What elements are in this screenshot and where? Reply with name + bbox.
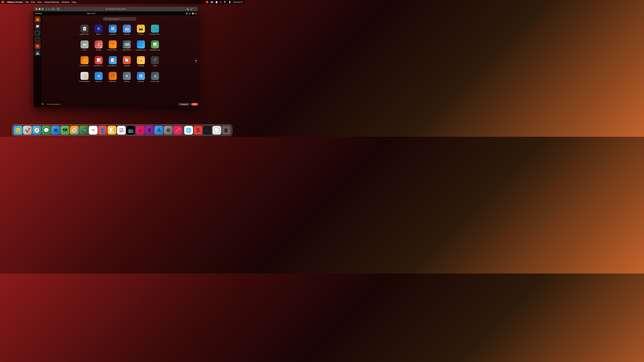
tab-frequent[interactable]: Frequent (178, 103, 190, 106)
app-item-mahjongg[interactable]: 🀄Mahjongg (134, 54, 148, 69)
app-item-firefox[interactable]: 🦊Firefox Web B... (106, 38, 120, 53)
grid-icon[interactable]: ⊞ (42, 103, 45, 106)
dock-item-messages[interactable]: 💬 (42, 126, 51, 135)
app-item-calculator[interactable]: 🔢Calculator (106, 22, 120, 37)
dock-item-launchpad[interactable]: 🚀 (23, 126, 32, 135)
ubuntu-power[interactable]: ⏻ (195, 12, 196, 14)
app-item-simple_scan[interactable]: 🖨Simple Scan (148, 70, 162, 84)
app-item-mines[interactable]: 💣Mines (148, 54, 162, 69)
dock-item-pinentry[interactable]: 📌 (174, 126, 182, 135)
toolbar-icon-1[interactable]: ⚙ (46, 8, 47, 10)
app-item-input[interactable]: ⌨Input Method (120, 38, 134, 53)
app-item-filezilla[interactable]: ZFileZilla (92, 38, 105, 53)
sidebar-app-terminal[interactable]: ▶ (34, 30, 40, 36)
menu-window[interactable]: Window (62, 1, 69, 3)
dock-item-trash[interactable]: 🗑 (222, 126, 230, 135)
dock-item-filemanager[interactable]: 📄 (212, 126, 221, 135)
dock-item-sysprefs[interactable]: ⚙ (164, 126, 173, 135)
minimize-button[interactable] (38, 8, 40, 10)
app-item-shotwell[interactable]: 🖼Shotwell (134, 70, 148, 84)
tab-all[interactable]: All (191, 103, 198, 106)
sidebar-app-settings[interactable]: ⚙ (34, 36, 40, 42)
dock-item-reminders[interactable]: ☑ (117, 126, 126, 135)
dock-item-photos[interactable]: 🌸 (70, 126, 79, 135)
app-icon-rhythmbox: 🎵 (109, 72, 117, 80)
dock-item-safari[interactable]: 🧭 (32, 126, 41, 135)
vm-ctrl-fullscreen[interactable]: ⛶ (194, 8, 196, 10)
app-label-libreoffice_calc: LibreOffice Calc (150, 49, 160, 51)
app-name[interactable]: VMware Fusion (7, 1, 23, 3)
app-item-libreoffice_writer[interactable]: 📝LibreOffice W... (106, 54, 120, 69)
sidebar-app-firefox[interactable]: 🦊 (34, 16, 40, 22)
app-icon-libreoffice_writer: 📝 (109, 56, 117, 64)
ubuntu-activities[interactable]: Activities (35, 12, 42, 14)
app-label-aisleriot: AisleRiot Solit... (79, 33, 90, 35)
vm-ctrl-lock[interactable]: 🔒 (187, 8, 189, 10)
app-item-settings[interactable]: ⚙Settings (120, 70, 134, 84)
menu-edit[interactable]: Edit (31, 1, 35, 3)
app-label-shotwell: Shotwell (138, 81, 144, 82)
search-bar[interactable]: 🔍 Type to search... (103, 17, 136, 21)
dock-item-finder[interactable]: 😊 (14, 126, 22, 135)
maximize-button[interactable] (42, 8, 44, 10)
app-item-libreoffice_draw[interactable]: 🎨LibreOffice Dr... (78, 54, 91, 69)
dock-item-facetime[interactable]: 📹 (80, 126, 88, 135)
dock-item-chrome[interactable]: 🌐 (184, 126, 193, 135)
app-item-cheese[interactable]: 📷Cheese (134, 22, 148, 37)
page-dot-2[interactable] (196, 62, 196, 63)
vm-view-button[interactable]: ⊞ (51, 7, 55, 10)
dock-item-calendar[interactable]: 15 (89, 126, 98, 135)
dock-item-contacts[interactable]: 👤 (98, 126, 107, 135)
ubuntu-battery: 🔋 (186, 12, 188, 14)
sidebar-app-terminal2[interactable]: 💻 (34, 50, 40, 56)
app-item-files[interactable]: 📂Files (78, 38, 91, 53)
app-icon-libreoffice_draw: 🎨 (80, 56, 88, 64)
ubuntu-network: 📶 (192, 12, 194, 14)
app-label-libreoffice_draw: LibreOffice Dr... (79, 65, 90, 66)
dock-item-appstore[interactable]: A (155, 126, 163, 135)
app-item-rhythmbox[interactable]: 🎵Rhythmbox (106, 70, 120, 84)
app-item-language[interactable]: 🌐Language Sup... (134, 38, 148, 53)
menu-view[interactable]: View (37, 1, 42, 3)
app-item-aisleriot[interactable]: 🃏AisleRiot Solit... (78, 22, 91, 37)
dock-item-mail[interactable]: ✉ (51, 126, 60, 135)
menu-help[interactable]: Help (72, 1, 76, 3)
apple-menu[interactable]: 🍎 (1, 0, 4, 3)
dock-item-podcasts[interactable]: 🎙 (145, 126, 154, 135)
toolbar-icon-2[interactable]: ▶ (49, 8, 50, 10)
app-item-power[interactable]: ⚡Power Statistics (78, 70, 91, 84)
app-item-livepatch[interactable]: 🔄Livepatch (120, 54, 134, 69)
menu-file[interactable]: File (25, 1, 29, 3)
close-button[interactable] (36, 8, 38, 10)
menu-virtual-machine[interactable]: Virtual Machine (44, 1, 59, 3)
dock-item-scrobbles[interactable]: S (194, 126, 202, 135)
app-icon-input: ⌨ (123, 40, 131, 48)
app-icon-mahjongg: 🀄 (137, 56, 145, 64)
app-item-chromium[interactable]: 🌐Chromium We... (148, 22, 162, 37)
vm-snap-button[interactable]: 📷 (56, 7, 60, 10)
menubar-search[interactable]: 🔍 (224, 1, 226, 3)
app-item-libreoffice_calc[interactable]: 📊LibreOffice Calc (148, 38, 162, 53)
vm-ctrl-audio[interactable]: 🔊 (190, 8, 193, 10)
vmware-window: ⚙ ▶ ⊞ 📷 ⚙ Ubuntu 64-bit 18.04 🔒 🔊 ⛶ Acti… (34, 7, 198, 107)
app-item-bitpay[interactable]: BBitPay (92, 22, 105, 37)
dock-item-notes[interactable]: 📝 (108, 126, 116, 135)
app-item-libreoffice_impress[interactable]: 📊LibreOffice Im... (92, 54, 105, 69)
sidebar-app-files[interactable]: 📁 (34, 23, 40, 29)
app-item-remmina[interactable]: 🖥Remmina (92, 70, 105, 84)
dock-item-maps[interactable]: 🗺 (61, 126, 70, 135)
dock-item-music[interactable]: ♪ (136, 126, 144, 135)
app-label-remmina: Remmina (96, 81, 102, 82)
sidebar-app-misc1[interactable]: 🔴 (34, 43, 40, 49)
dock-item-appletv[interactable]: 📺 (126, 126, 135, 135)
bottom-tabs: ⊞ Show Applications Frequent All (42, 103, 198, 106)
app-label-files: Files (83, 49, 86, 51)
titlebar-controls: 🔒 🔊 ⛶ (187, 8, 196, 10)
ubuntu-clock: Mon 22:17 (87, 12, 96, 14)
app-label-mines: Mines (153, 65, 157, 66)
page-dots (196, 60, 196, 63)
dock-item-terminal[interactable]: >_ (203, 126, 212, 135)
app-item-calendar[interactable]: 📅Calendar (120, 22, 134, 37)
app-icon-livepatch: 🔄 (123, 56, 131, 64)
page-dot-1[interactable] (196, 60, 196, 61)
